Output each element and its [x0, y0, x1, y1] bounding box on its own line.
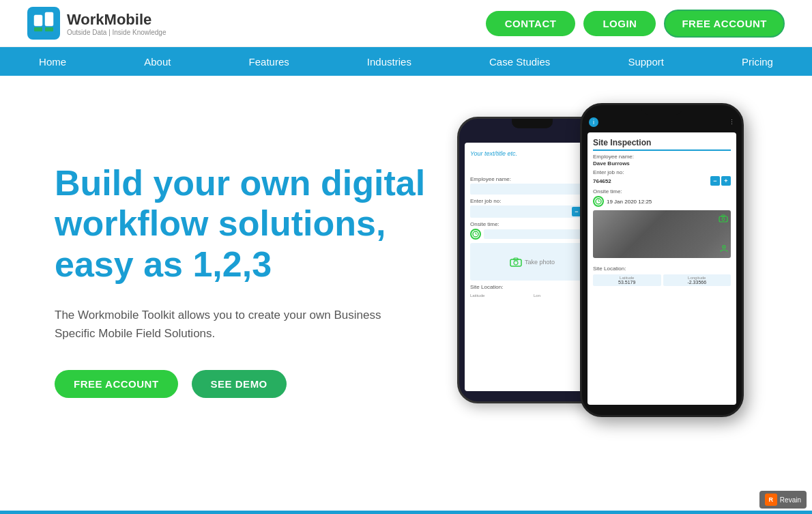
si-photo	[593, 210, 731, 258]
si-lat-value: 53.5179	[596, 280, 658, 285]
back-field1-input	[470, 184, 594, 195]
svg-rect-3	[34, 27, 42, 31]
si-time-row: 19 Jan 2020 12:25	[593, 196, 731, 207]
phone-front: i ⋮ Site Inspection Employee name: Dave …	[580, 103, 744, 417]
si-field2-label: Enter job no:	[593, 169, 731, 175]
revain-label: Revain	[780, 496, 801, 504]
back-field2-input: − +	[470, 205, 594, 218]
svg-rect-18	[719, 216, 727, 222]
si-field2-value: 764652	[593, 178, 611, 184]
screen-back-header: Your text/title etc. ⋮	[470, 148, 594, 159]
back-field3-label: Onsite time:	[470, 221, 594, 227]
nav-case-studies[interactable]: Case Studies	[476, 49, 564, 74]
si-asphalt-texture	[593, 210, 731, 258]
logo-text: WorkMobile Outside Data | Inside Knowled…	[67, 11, 166, 36]
revain-logo: R	[765, 494, 777, 506]
svg-point-9	[514, 261, 518, 265]
nav-features[interactable]: Features	[235, 49, 303, 74]
svg-rect-1	[34, 15, 42, 26]
free-account-button[interactable]: FREE ACCOUNT	[664, 10, 785, 38]
nav-pricing[interactable]: Pricing	[728, 49, 787, 74]
back-photo-label: Take photo	[525, 259, 555, 266]
back-time-input	[484, 229, 594, 239]
hero-buttons: FREE ACCOUNT SEE DEMO	[55, 370, 444, 398]
hero-section: Build your own digital workflow solution…	[0, 76, 812, 472]
info-icon-row: i	[470, 163, 594, 173]
back-field1-label: Employee name:	[470, 176, 594, 182]
back-location-label: Site Location:	[470, 284, 594, 290]
si-person-icon-overlay	[720, 243, 728, 255]
nav-home[interactable]: Home	[25, 49, 80, 74]
contact-button[interactable]: CONTACT	[486, 11, 576, 36]
si-field2-row: 764652 − +	[593, 176, 731, 186]
back-photo-content: Take photo	[470, 257, 594, 267]
si-long-value: -2.33566	[666, 280, 729, 285]
phone-front-screen: Site Inspection Employee name: Dave Burr…	[588, 132, 736, 405]
front-info-icon: i	[589, 117, 598, 127]
si-person-icon	[720, 244, 728, 253]
si-lat-box: Latitude 53.5179	[593, 274, 661, 286]
phone-back-notch	[512, 119, 553, 128]
si-camera-icon	[719, 214, 728, 223]
front-info-btn: i	[589, 117, 598, 127]
logo: WorkMobile Outside Data | Inside Knowled…	[27, 7, 166, 40]
si-time-value: 19 Jan 2020 12:25	[607, 199, 652, 205]
svg-rect-20	[722, 215, 725, 217]
si-minus-btn[interactable]: −	[710, 176, 720, 186]
hero-description: The Workmobile Toolkit allows you to cre…	[55, 306, 382, 343]
si-plus-btn[interactable]: +	[721, 176, 731, 186]
main-nav: Home About Features Industries Case Stud…	[0, 47, 812, 76]
nav-about[interactable]: About	[130, 49, 184, 74]
svg-point-21	[723, 246, 725, 248]
header-buttons: CONTACT LOGIN FREE ACCOUNT	[486, 10, 785, 38]
si-camera-icon-overlay	[719, 213, 728, 225]
svg-rect-0	[27, 7, 60, 40]
si-field3-label: Onsite time:	[593, 188, 731, 195]
back-location-row: Latitude Lon	[470, 294, 594, 298]
camera-icon	[510, 257, 522, 267]
back-field2-label: Enter job no:	[470, 198, 594, 204]
nav-support[interactable]: Support	[614, 49, 678, 74]
screen-back-title: Your text/title etc.	[470, 150, 517, 157]
brand-tagline: Outside Data | Inside Knowledge	[67, 29, 166, 36]
back-photo-area: Take photo	[470, 243, 594, 281]
hero-content: Build your own digital workflow solution…	[55, 163, 444, 399]
bottom-accent-bar	[0, 511, 812, 514]
si-title: Site Inspection	[593, 138, 731, 151]
si-long-box: Longitude -2.33566	[663, 274, 731, 286]
phone-front-notch	[641, 105, 682, 115]
logo-icon	[27, 7, 60, 40]
login-button[interactable]: LOGIN	[583, 11, 656, 36]
phone-mockups: Your text/title etc. ⋮ i Employee name: …	[444, 103, 785, 458]
back-lat-col: Latitude	[470, 294, 531, 298]
clock-icon	[470, 229, 481, 240]
revain-badge: R Revain	[759, 491, 807, 509]
hero-free-account-button[interactable]: FREE ACCOUNT	[55, 370, 178, 398]
si-location-label: Site Location:	[593, 266, 626, 272]
hero-see-demo-button[interactable]: SEE DEMO	[192, 370, 287, 398]
svg-rect-4	[45, 27, 53, 31]
si-field2-btns: − +	[710, 176, 731, 186]
back-lat-label: Latitude	[470, 294, 531, 298]
header: WorkMobile Outside Data | Inside Knowled…	[0, 0, 812, 47]
hero-title: Build your own digital workflow solution…	[55, 163, 444, 285]
nav-industries[interactable]: Industries	[353, 49, 425, 74]
svg-point-19	[722, 218, 725, 220]
front-menu-dots: ⋮	[729, 119, 735, 126]
front-status-bar: i ⋮	[589, 117, 735, 127]
si-location: Site Location: Latitude 53.5179 Longitud…	[593, 261, 731, 286]
si-field1-label: Employee name:	[593, 154, 731, 160]
back-time-row	[470, 229, 594, 240]
si-field1-value: Dave Burrows	[593, 160, 731, 167]
brand-name: WorkMobile	[67, 11, 166, 29]
svg-rect-2	[45, 12, 53, 26]
si-clock-icon	[593, 196, 604, 207]
si-coords-row: Latitude 53.5179 Longitude -2.33566	[593, 274, 731, 286]
